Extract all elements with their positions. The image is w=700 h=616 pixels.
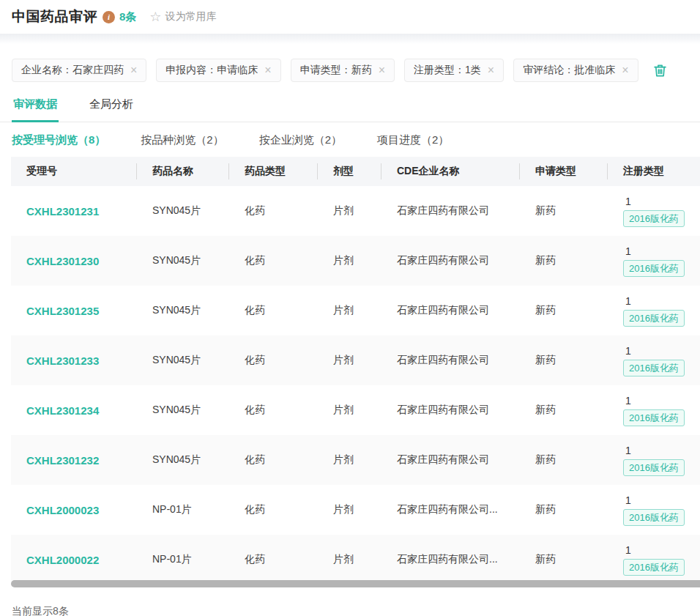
acceptance-no-link[interactable]: CXHL2301233 (26, 355, 99, 367)
dosage-form-cell: 片剂 (318, 553, 381, 566)
drug-name-cell: SYN045片 (137, 254, 229, 267)
clear-filters-button[interactable] (652, 63, 668, 78)
application-type-cell: 新药 (520, 503, 608, 516)
top-bar: 中国药品审评 i 8条 ☆ 设为常用库 (0, 0, 700, 34)
trash-icon (652, 63, 668, 78)
registration-type-cell: 1 2016版化药 (608, 236, 700, 286)
subtab-by-variety[interactable]: 按品种浏览（2） (141, 133, 223, 147)
acceptance-no-link[interactable]: CXHL2301235 (26, 305, 99, 317)
cde-company-cell: 石家庄四药有限公司 (381, 304, 520, 317)
table-row: CXHL2301231 SYN045片 化药 片剂 石家庄四药有限公司 新药 1… (11, 186, 700, 236)
close-icon[interactable]: × (488, 64, 494, 76)
column-header-dosage-form: 剂型 (318, 157, 381, 186)
tab-review-data[interactable]: 审评数据 (12, 94, 59, 122)
filter-tag: 注册类型：1类 × (404, 59, 504, 82)
acceptance-no-link[interactable]: CXHL2301231 (26, 205, 99, 218)
drug-name-cell: NP-01片 (137, 553, 229, 566)
registration-class: 1 (623, 294, 700, 308)
cde-company-cell: 石家庄四药有限公司 (381, 404, 520, 417)
drug-type-cell: 化药 (229, 304, 318, 317)
subtab-by-company[interactable]: 按企业浏览（2） (259, 133, 342, 147)
data-table: 受理号 药品名称 药品类型 剂型 CDE企业名称 申请类型 注册类型 CXHL2… (11, 157, 700, 585)
registration-type-cell: 1 2016版化药 (608, 385, 700, 435)
dosage-form-cell: 片剂 (318, 254, 381, 267)
tab-bar: 审评数据 全局分析 (0, 94, 700, 122)
drug-name-cell: SYN045片 (137, 453, 229, 467)
registration-class: 1 (623, 494, 700, 507)
column-header-application-type: 申请类型 (520, 157, 608, 186)
filter-tag-label: 企业名称：石家庄四药 (21, 64, 124, 77)
close-icon[interactable]: × (264, 64, 271, 76)
table-row: CXHL2301234 SYN045片 化药 片剂 石家庄四药有限公司 新药 1… (11, 385, 700, 435)
page-title: 中国药品审评 (12, 7, 97, 26)
registration-type-cell: 1 2016版化药 (608, 186, 700, 236)
table-header-row: 受理号 药品名称 药品类型 剂型 CDE企业名称 申请类型 注册类型 (11, 157, 700, 186)
close-icon[interactable]: × (130, 64, 137, 76)
dosage-form-cell: 片剂 (318, 204, 381, 218)
cde-company-cell: 石家庄四药有限公司 (381, 453, 520, 467)
acceptance-no-link[interactable]: CXHL2000022 (26, 554, 99, 566)
table-row: CXHL2000023 NP-01片 化药 片剂 石家庄四药有限公司... 新药… (11, 485, 700, 535)
tab-global-analysis[interactable]: 全局分析 (88, 94, 135, 122)
registration-badge: 2016版化药 (623, 360, 685, 376)
subtab-by-acceptance-no[interactable]: 按受理号浏览（8） (12, 133, 105, 147)
dosage-form-cell: 片剂 (318, 304, 381, 317)
acceptance-no-link[interactable]: CXHL2000023 (26, 504, 99, 516)
info-icon[interactable]: i (103, 11, 115, 23)
horizontal-scrollbar-thumb[interactable] (11, 580, 700, 587)
registration-badge: 2016版化药 (623, 310, 685, 327)
drug-type-cell: 化药 (229, 453, 318, 467)
filter-tag-label: 注册类型：1类 (414, 64, 481, 77)
table-body: CXHL2301231 SYN045片 化药 片剂 石家庄四药有限公司 新药 1… (11, 186, 700, 585)
subtab-bar: 按受理号浏览（8） 按品种浏览（2） 按企业浏览（2） 项目进度（2） (0, 122, 700, 157)
registration-class: 1 (623, 344, 700, 357)
table-row: CXHL2000022 NP-01片 化药 片剂 石家庄四药有限公司... 新药… (11, 535, 700, 585)
cde-company-cell: 石家庄四药有限公司... (381, 503, 520, 516)
filter-tag: 审评结论：批准临床 × (513, 59, 638, 82)
dosage-form-cell: 片剂 (318, 453, 381, 467)
horizontal-scrollbar (11, 580, 700, 587)
column-header-drug-type: 药品类型 (229, 157, 318, 186)
drug-name-cell: NP-01片 (137, 503, 229, 516)
filter-bar: 企业名称：石家庄四药 × 申报内容：申请临床 × 申请类型：新药 × 注册类型：… (12, 59, 688, 82)
star-outline-icon: ☆ (149, 10, 161, 23)
column-header-acceptance-no: 受理号 (11, 157, 137, 186)
application-type-cell: 新药 (520, 404, 608, 417)
drug-name-cell: SYN045片 (137, 354, 229, 367)
registration-type-cell: 1 2016版化药 (608, 335, 700, 385)
close-icon[interactable]: × (379, 64, 385, 76)
filter-tag-label: 审评结论：批准临床 (523, 64, 615, 77)
table-row: CXHL2301233 SYN045片 化药 片剂 石家庄四药有限公司 新药 1… (11, 335, 700, 385)
acceptance-no-link[interactable]: CXHL2301232 (26, 454, 99, 467)
application-type-cell: 新药 (520, 204, 608, 218)
registration-badge: 2016版化药 (623, 559, 685, 576)
cde-company-cell: 石家庄四药有限公司... (381, 553, 520, 566)
drug-name-cell: SYN045片 (137, 204, 229, 218)
acceptance-no-link[interactable]: CXHL2301234 (26, 404, 99, 417)
subtab-project-progress[interactable]: 项目进度（2） (377, 133, 449, 147)
registration-type-cell: 1 2016版化药 (608, 286, 700, 335)
drug-type-cell: 化药 (229, 503, 318, 516)
result-summary: 当前显示8条 (12, 605, 688, 616)
acceptance-no-link[interactable]: CXHL2301230 (26, 255, 99, 267)
application-type-cell: 新药 (520, 453, 608, 467)
drug-type-cell: 化药 (229, 404, 318, 417)
set-favorite-button[interactable]: ☆ 设为常用库 (149, 10, 216, 23)
application-type-cell: 新药 (520, 254, 608, 267)
application-type-cell: 新药 (520, 304, 608, 317)
drug-type-cell: 化药 (229, 553, 318, 566)
close-icon[interactable]: × (622, 64, 628, 76)
registration-class: 1 (623, 245, 700, 258)
filter-tag: 申报内容：申请临床 × (156, 59, 280, 82)
result-count: 8条 (119, 10, 136, 24)
registration-class: 1 (623, 195, 700, 208)
registration-class: 1 (623, 394, 700, 407)
column-header-registration-type: 注册类型 (608, 157, 700, 186)
registration-badge: 2016版化药 (623, 409, 685, 426)
table-row: CXHL2301232 SYN045片 化药 片剂 石家庄四药有限公司 新药 1… (11, 435, 700, 485)
cde-company-cell: 石家庄四药有限公司 (381, 354, 520, 367)
dosage-form-cell: 片剂 (318, 503, 381, 516)
drug-name-cell: SYN045片 (137, 304, 229, 317)
registration-badge: 2016版化药 (623, 260, 685, 277)
registration-badge: 2016版化药 (623, 210, 685, 227)
